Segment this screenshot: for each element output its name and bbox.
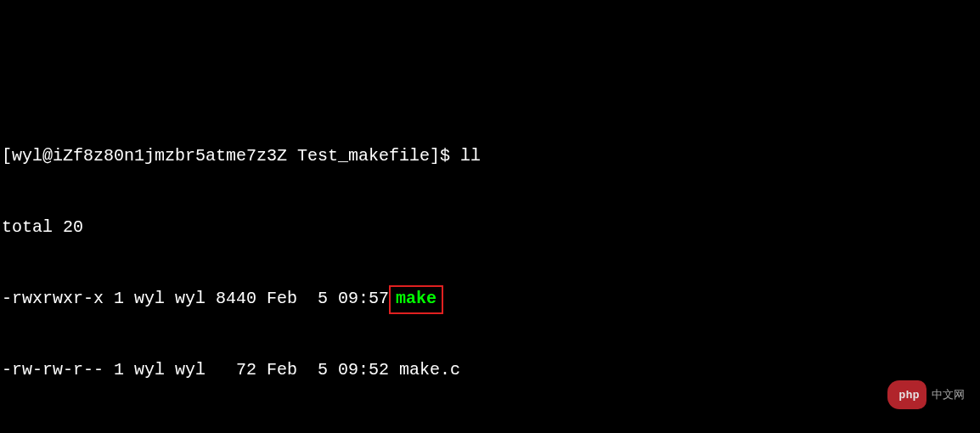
file-entry-meta: -rwxrwxr-x 1 wyl wyl 8440 Feb 5 09:57 bbox=[2, 289, 389, 308]
executable-filename: make bbox=[396, 289, 436, 308]
total-line: total 20 bbox=[2, 217, 83, 237]
terminal-line: [wyl@iZf8z80n1jmzbr5atme7z3Z Test_makefi… bbox=[2, 144, 980, 168]
highlight-box: make bbox=[389, 285, 443, 314]
watermark: php 中文网 bbox=[887, 380, 965, 409]
terminal-line: -rwxrwxr-x 1 wyl wyl 8440 Feb 5 09:57mak… bbox=[2, 287, 980, 311]
watermark-text: 中文网 bbox=[932, 383, 965, 407]
watermark-badge: php bbox=[887, 380, 926, 409]
terminal-line: total 20 bbox=[2, 216, 980, 239]
command-text: ll bbox=[460, 146, 481, 166]
terminal-output: [wyl@iZf8z80n1jmzbr5atme7z3Z Test_makefi… bbox=[0, 95, 980, 433]
terminal-line: -rw-rw-r-- 1 wyl wyl 75 Feb 5 10:33 Make… bbox=[2, 430, 980, 433]
terminal-line: -rw-rw-r-- 1 wyl wyl 72 Feb 5 09:52 make… bbox=[2, 358, 980, 382]
file-entry: -rw-rw-r-- 1 wyl wyl 72 Feb 5 09:52 make… bbox=[2, 360, 460, 380]
shell-prompt: [wyl@iZf8z80n1jmzbr5atme7z3Z Test_makefi… bbox=[2, 146, 460, 166]
